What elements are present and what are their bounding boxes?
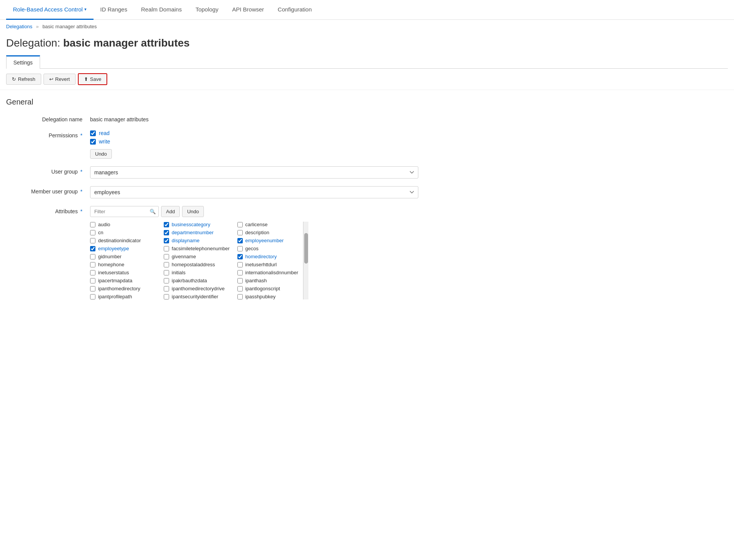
nav-item-topology[interactable]: Topology <box>189 0 225 20</box>
attribute-checkbox-employeetype[interactable] <box>90 246 95 251</box>
nav-item-api-browser[interactable]: API Browser <box>225 0 271 20</box>
attribute-checkbox-ipakrbauthzdata[interactable] <box>164 278 169 283</box>
attribute-item: ipantlogonscript <box>237 286 303 291</box>
attribute-checkbox-ipantlogonscript[interactable] <box>237 286 243 291</box>
attribute-item: ipacertmapdata <box>90 278 156 283</box>
attribute-checkbox-homedirectory[interactable] <box>237 254 243 259</box>
save-icon: ⬆ <box>84 76 88 82</box>
attribute-checkbox-ipanthomedirectorydrive[interactable] <box>164 286 169 291</box>
attribute-checkbox-facsimiletelephonenumber[interactable] <box>164 246 169 251</box>
attribute-checkbox-ipanthash[interactable] <box>237 278 243 283</box>
attribute-label-ipanthomedirectory: ipanthomedirectory <box>98 286 140 291</box>
attribute-item: businesscategory <box>164 222 230 227</box>
permission-read-label: read <box>99 130 110 136</box>
attributes-undo-button[interactable]: Undo <box>182 206 204 217</box>
attribute-checkbox-destinationindicator[interactable] <box>90 238 95 243</box>
attribute-checkbox-departmentnumber[interactable] <box>164 230 169 235</box>
attribute-item: inetuserstatus <box>90 270 156 275</box>
attribute-checkbox-gidnumber[interactable] <box>90 254 95 259</box>
nav-item-realm-domains[interactable]: Realm Domains <box>134 0 189 20</box>
attribute-item: initials <box>164 270 230 275</box>
attribute-checkbox-ipantsecurityidentifier[interactable] <box>164 294 169 299</box>
attribute-checkbox-ipanthomedirectory[interactable] <box>90 286 95 291</box>
permission-write-checkbox[interactable] <box>90 139 96 145</box>
attributes-required: * <box>81 208 82 214</box>
attribute-checkbox-homephone[interactable] <box>90 262 95 267</box>
attribute-checkbox-homepostaladdress[interactable] <box>164 262 169 267</box>
attribute-label-employeenumber: employeenumber <box>245 238 284 243</box>
attribute-checkbox-audio[interactable] <box>90 222 95 227</box>
permissions-undo-button[interactable]: Undo <box>90 149 112 159</box>
tab-settings[interactable]: Settings <box>6 55 40 69</box>
attribute-checkbox-ipantprofilepath[interactable] <box>90 294 95 299</box>
attribute-item: ipanthomedirectory <box>90 286 156 291</box>
attribute-label-destinationindicator: destinationindicator <box>98 238 141 243</box>
member-user-group-required: * <box>81 188 82 195</box>
top-navigation: Role-Based Access Control ▾ ID Ranges Re… <box>0 0 734 20</box>
attribute-label-ipantprofilepath: ipantprofilepath <box>98 294 132 299</box>
attribute-item: displayname <box>164 238 230 243</box>
attribute-label-description: description <box>245 230 269 235</box>
attribute-label-homephone: homephone <box>98 262 124 267</box>
nav-item-rbac[interactable]: Role-Based Access Control ▾ <box>6 0 94 20</box>
permissions-required: * <box>81 132 82 138</box>
filter-input-wrap: 🔍 <box>90 206 159 217</box>
attribute-label-displayname: displayname <box>172 238 200 243</box>
attribute-checkbox-inetuserstatus[interactable] <box>90 270 95 275</box>
scrollbar-thumb[interactable] <box>304 233 308 264</box>
attribute-item: givenname <box>164 254 230 259</box>
attribute-checkbox-internationalisdnnumber[interactable] <box>237 270 243 275</box>
attribute-checkbox-ipasshpubkey[interactable] <box>237 294 243 299</box>
attributes-value: 🔍 Add Undo audiobusinesscategorycarlicen… <box>90 206 728 299</box>
permissions-label: Permissions * <box>6 130 90 138</box>
breadcrumb-parent-link[interactable]: Delegations <box>6 24 32 29</box>
member-user-group-select[interactable]: employees <box>90 186 418 198</box>
attribute-checkbox-employeenumber[interactable] <box>237 238 243 243</box>
permission-read-checkbox[interactable] <box>90 130 96 136</box>
attribute-checkbox-businesscategory[interactable] <box>164 222 169 227</box>
attribute-label-homedirectory: homedirectory <box>245 254 277 259</box>
nav-item-configuration[interactable]: Configuration <box>271 0 319 20</box>
attribute-checkbox-description[interactable] <box>237 230 243 235</box>
attribute-item: inetuserhttdurl <box>237 262 303 267</box>
user-group-label: User group * <box>6 166 90 175</box>
attribute-checkbox-cn[interactable] <box>90 230 95 235</box>
breadcrumb-separator: » <box>36 24 39 29</box>
attribute-label-audio: audio <box>98 222 110 227</box>
attribute-checkbox-displayname[interactable] <box>164 238 169 243</box>
attribute-checkbox-inetuserhttdurl[interactable] <box>237 262 243 267</box>
attribute-label-departmentnumber: departmentnumber <box>172 230 214 235</box>
attribute-item: ipakrbauthzdata <box>164 278 230 283</box>
user-group-required: * <box>81 169 82 175</box>
user-group-select[interactable]: managers <box>90 166 418 179</box>
attribute-item: internationalisdnnumber <box>237 270 303 275</box>
attribute-checkbox-ipacertmapdata[interactable] <box>90 278 95 283</box>
attribute-label-givenname: givenname <box>172 254 196 259</box>
attribute-label-ipacertmapdata: ipacertmapdata <box>98 278 132 283</box>
attribute-item: departmentnumber <box>164 230 230 235</box>
attribute-item: homephone <box>90 262 156 267</box>
attribute-checkbox-initials[interactable] <box>164 270 169 275</box>
attribute-label-gidnumber: gidnumber <box>98 254 121 259</box>
delegation-name-value: basic manager attributes <box>90 114 728 122</box>
attribute-label-gecos: gecos <box>245 246 259 251</box>
scrollbar-track[interactable] <box>303 222 308 299</box>
filter-input[interactable] <box>90 206 159 217</box>
attribute-item: gecos <box>237 246 303 251</box>
refresh-button[interactable]: ↻ Refresh <box>6 74 41 85</box>
attribute-item: carlicense <box>237 222 303 227</box>
add-attribute-button[interactable]: Add <box>161 206 180 217</box>
user-group-row: User group * managers <box>6 166 728 179</box>
save-button[interactable]: ⬆ Save <box>78 73 108 85</box>
attribute-checkbox-givenname[interactable] <box>164 254 169 259</box>
attribute-item: ipantprofilepath <box>90 294 156 299</box>
attribute-item: employeetype <box>90 246 156 251</box>
delegation-name-row: Delegation name basic manager attributes <box>6 114 728 122</box>
revert-button[interactable]: ↩ Revert <box>44 74 76 85</box>
nav-item-id-ranges[interactable]: ID Ranges <box>94 0 134 20</box>
attribute-label-ipasshpubkey: ipasshpubkey <box>245 294 276 299</box>
attribute-checkbox-gecos[interactable] <box>237 246 243 251</box>
attribute-label-ipantlogonscript: ipantlogonscript <box>245 286 280 291</box>
attribute-checkbox-carlicense[interactable] <box>237 222 243 227</box>
attribute-item: description <box>237 230 303 235</box>
